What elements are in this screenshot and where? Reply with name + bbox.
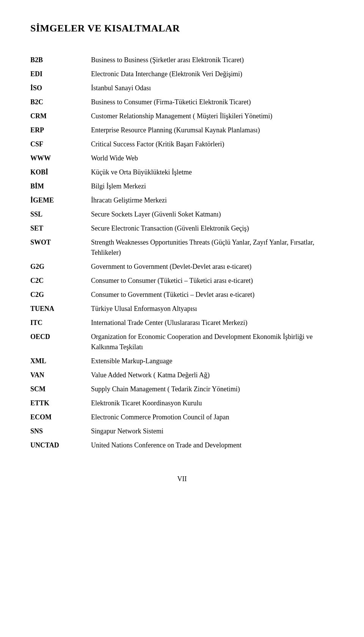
table-row: B2CBusiness to Consumer (Firma-Tüketici …: [30, 95, 334, 109]
abbreviation-definition: Bilgi İşlem Merkezi: [91, 179, 334, 193]
abbreviation-term: SCM: [30, 382, 91, 396]
abbreviation-definition: United Nations Conference on Trade and D…: [91, 438, 334, 452]
abbreviation-definition: Organization for Economic Cooperation an…: [91, 330, 334, 354]
abbreviation-term: EDI: [30, 67, 91, 81]
abbreviations-table: B2BBusiness to Business (Şirketler arası…: [30, 53, 334, 452]
abbreviation-term: ERP: [30, 123, 91, 137]
abbreviation-definition: Electronic Commerce Promotion Council of…: [91, 410, 334, 424]
abbreviation-definition: Customer Relationship Management ( Müşte…: [91, 109, 334, 123]
abbreviation-definition: Secure Sockets Layer (Güvenli Soket Katm…: [91, 207, 334, 221]
abbreviation-definition: Türkiye Ulusal Enformasyon Altyapısı: [91, 302, 334, 316]
abbreviation-definition: Business to Business (Şirketler arası El…: [91, 53, 334, 67]
abbreviation-definition: Critical Success Factor (Kritik Başarı F…: [91, 137, 334, 151]
abbreviation-definition: Enterprise Resource Planning (Kurumsal K…: [91, 123, 334, 137]
table-row: C2GConsumer to Government (Tüketici – De…: [30, 288, 334, 302]
abbreviation-term: ETTK: [30, 396, 91, 410]
table-row: ERPEnterprise Resource Planning (Kurumsa…: [30, 123, 334, 137]
abbreviation-term: UNCTAD: [30, 438, 91, 452]
abbreviation-term: SET: [30, 221, 91, 235]
table-row: İGEMEİhracatı Geliştirme Merkezi: [30, 193, 334, 207]
table-row: XMLExtensible Markup-Language: [30, 354, 334, 368]
abbreviation-term: SNS: [30, 424, 91, 438]
table-row: SNSSingapur Network Sistemi: [30, 424, 334, 438]
abbreviation-term: XML: [30, 354, 91, 368]
table-row: CRMCustomer Relationship Management ( Mü…: [30, 109, 334, 123]
table-row: C2CConsumer to Consumer (Tüketici – Tüke…: [30, 274, 334, 288]
abbreviation-term: KOBİ: [30, 165, 91, 179]
page-title: SİMGELER VE KISALTMALAR: [30, 23, 334, 34]
table-row: ETTKElektronik Ticaret Koordinasyon Kuru…: [30, 396, 334, 410]
table-row: TUENATürkiye Ulusal Enformasyon Altyapıs…: [30, 302, 334, 316]
table-row: VANValue Added Network ( Katma Değerli A…: [30, 368, 334, 382]
abbreviation-term: C2C: [30, 274, 91, 288]
abbreviation-term: OECD: [30, 330, 91, 354]
table-row: ITCInternational Trade Center (Uluslarar…: [30, 316, 334, 330]
abbreviation-definition: Singapur Network Sistemi: [91, 424, 334, 438]
abbreviation-term: SSL: [30, 207, 91, 221]
abbreviation-definition: World Wide Web: [91, 151, 334, 165]
abbreviation-term: ITC: [30, 316, 91, 330]
abbreviation-term: CSF: [30, 137, 91, 151]
table-row: OECDOrganization for Economic Cooperatio…: [30, 330, 334, 354]
abbreviation-term: B2C: [30, 95, 91, 109]
abbreviation-term: ECOM: [30, 410, 91, 424]
abbreviation-term: C2G: [30, 288, 91, 302]
page-number: VII: [30, 475, 334, 483]
abbreviation-term: İSO: [30, 81, 91, 95]
abbreviation-definition: Electronic Data Interchange (Elektronik …: [91, 67, 334, 81]
table-row: SWOTStrength Weaknesses Opportunities Th…: [30, 235, 334, 260]
abbreviation-definition: Strength Weaknesses Opportunities Threat…: [91, 235, 334, 260]
abbreviation-term: WWW: [30, 151, 91, 165]
table-row: KOBİKüçük ve Orta Büyüklükteki İşletme: [30, 165, 334, 179]
abbreviation-definition: İhracatı Geliştirme Merkezi: [91, 193, 334, 207]
abbreviation-term: G2G: [30, 260, 91, 274]
abbreviation-definition: Küçük ve Orta Büyüklükteki İşletme: [91, 165, 334, 179]
abbreviation-definition: Consumer to Consumer (Tüketici – Tüketic…: [91, 274, 334, 288]
table-row: CSFCritical Success Factor (Kritik Başar…: [30, 137, 334, 151]
abbreviation-definition: Supply Chain Management ( Tedarik Zincir…: [91, 382, 334, 396]
table-row: SCMSupply Chain Management ( Tedarik Zin…: [30, 382, 334, 396]
table-row: EDIElectronic Data Interchange (Elektron…: [30, 67, 334, 81]
abbreviation-definition: Business to Consumer (Firma-Tüketici Ele…: [91, 95, 334, 109]
table-row: BİMBilgi İşlem Merkezi: [30, 179, 334, 193]
abbreviation-definition: Extensible Markup-Language: [91, 354, 334, 368]
abbreviation-term: BİM: [30, 179, 91, 193]
abbreviation-definition: Secure Electronic Transaction (Güvenli E…: [91, 221, 334, 235]
table-row: WWWWorld Wide Web: [30, 151, 334, 165]
table-row: İSOİstanbul Sanayi Odası: [30, 81, 334, 95]
abbreviation-term: SWOT: [30, 235, 91, 260]
table-row: ECOMElectronic Commerce Promotion Counci…: [30, 410, 334, 424]
abbreviation-definition: Consumer to Government (Tüketici – Devle…: [91, 288, 334, 302]
table-row: SSLSecure Sockets Layer (Güvenli Soket K…: [30, 207, 334, 221]
abbreviation-definition: Government to Government (Devlet-Devlet …: [91, 260, 334, 274]
abbreviation-term: B2B: [30, 53, 91, 67]
table-row: G2GGovernment to Government (Devlet-Devl…: [30, 260, 334, 274]
table-row: UNCTADUnited Nations Conference on Trade…: [30, 438, 334, 452]
abbreviation-definition: International Trade Center (Uluslararası…: [91, 316, 334, 330]
abbreviation-definition: Elektronik Ticaret Koordinasyon Kurulu: [91, 396, 334, 410]
abbreviation-definition: İstanbul Sanayi Odası: [91, 81, 334, 95]
table-row: B2BBusiness to Business (Şirketler arası…: [30, 53, 334, 67]
abbreviation-definition: Value Added Network ( Katma Değerli Ağ): [91, 368, 334, 382]
abbreviation-term: İGEME: [30, 193, 91, 207]
abbreviation-term: CRM: [30, 109, 91, 123]
table-row: SETSecure Electronic Transaction (Güvenl…: [30, 221, 334, 235]
abbreviation-term: TUENA: [30, 302, 91, 316]
abbreviation-term: VAN: [30, 368, 91, 382]
